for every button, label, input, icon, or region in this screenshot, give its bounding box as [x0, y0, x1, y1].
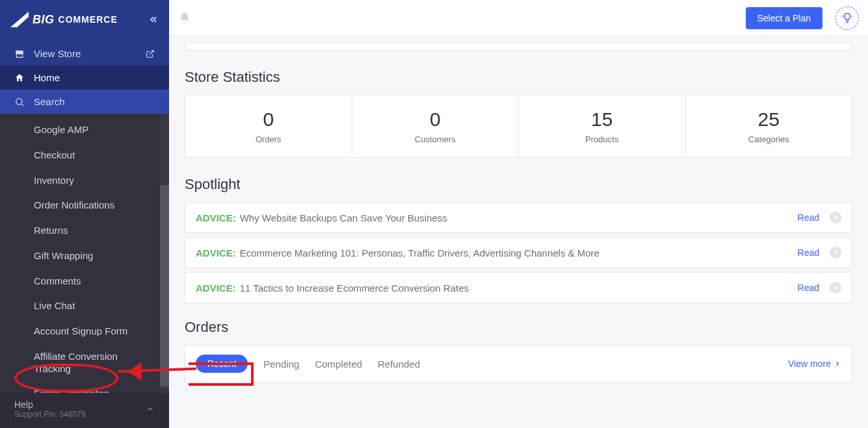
read-link[interactable]: Read — [798, 247, 819, 258]
chevron-up-icon — [146, 405, 155, 414]
orders-heading: Orders — [185, 319, 852, 336]
sidebar-item-google-amp[interactable]: Google AMP — [0, 118, 169, 143]
spotlight-heading: Spotlight — [185, 176, 852, 193]
top-bar: Select a Plan — [169, 0, 868, 36]
view-more-label: View more — [788, 359, 831, 369]
content: Store Statistics 0 Orders 0 Customers 15… — [169, 36, 868, 389]
logo-icon — [10, 12, 29, 27]
spotlight-title: Why Website Backups Can Save Your Busine… — [240, 212, 447, 223]
notifications-icon[interactable] — [178, 12, 191, 25]
read-link[interactable]: Read — [798, 283, 819, 293]
dismiss-icon[interactable]: ✕ — [830, 212, 841, 223]
stat-categories[interactable]: 25 Categories — [685, 95, 853, 158]
sidebar-home[interactable]: Home — [0, 66, 169, 90]
stat-value: 0 — [359, 108, 512, 131]
stat-label: Products — [525, 134, 679, 144]
help-label: Help — [14, 399, 85, 410]
spotlight-list: ADVICE: Why Website Backups Can Save You… — [185, 202, 852, 303]
stat-label: Orders — [192, 134, 345, 144]
brand-bar: BIGCOMMERCE — [0, 0, 169, 39]
stat-label: Customers — [359, 134, 512, 144]
dismiss-icon[interactable]: ✕ — [830, 282, 841, 294]
stat-value: 15 — [525, 108, 679, 131]
sidebar-item-export-templates[interactable]: Export Templates — [0, 381, 169, 393]
home-label: Home — [34, 72, 60, 83]
orders-panel: Recent Pending Completed Refunded View m… — [185, 345, 852, 383]
tab-pending[interactable]: Pending — [263, 359, 299, 370]
stat-value: 0 — [192, 108, 345, 131]
collapsed-panel — [185, 43, 852, 51]
view-more-link[interactable]: View more — [788, 359, 841, 369]
svg-line-4 — [21, 104, 23, 106]
svg-line-2 — [150, 50, 153, 54]
spotlight-title: Ecommerce Marketing 101: Personas, Traff… — [240, 247, 599, 258]
search-label: Search — [34, 96, 65, 107]
brand-big: BIG — [33, 13, 55, 27]
store-icon — [14, 49, 25, 59]
sidebar: BIGCOMMERCE View Store Home Search Googl… — [0, 0, 169, 428]
home-icon — [14, 73, 25, 83]
sidebar-item-returns[interactable]: Returns — [0, 218, 169, 244]
search-icon — [14, 97, 25, 107]
view-store-label: View Store — [34, 48, 81, 59]
stat-value: 25 — [692, 108, 846, 131]
sidebar-scroll-area: Google AMP Checkout Inventory Order Noti… — [0, 114, 169, 393]
tab-recent[interactable]: Recent — [196, 355, 248, 373]
sidebar-submenu: Google AMP Checkout Inventory Order Noti… — [0, 114, 169, 393]
collapse-sidebar-icon[interactable] — [147, 14, 159, 25]
spotlight-row: ADVICE: 11 Tactics to Increase Ecommerce… — [185, 272, 852, 303]
sidebar-footer[interactable]: Help Support Pin: 548079 — [0, 393, 169, 428]
sidebar-item-gift-wrapping[interactable]: Gift Wrapping — [0, 244, 169, 269]
sidebar-item-checkout[interactable]: Checkout — [0, 143, 169, 168]
orders-section: Orders Recent Pending Completed Refunded… — [185, 319, 852, 383]
stat-customers[interactable]: 0 Customers — [352, 95, 519, 158]
read-link[interactable]: Read — [798, 212, 819, 223]
brand-commerce: COMMERCE — [59, 14, 118, 25]
svg-point-3 — [16, 98, 22, 104]
dismiss-icon[interactable]: ✕ — [830, 247, 841, 258]
support-pin: Support Pin: 548079 — [14, 410, 85, 419]
sidebar-view-store[interactable]: View Store — [0, 42, 169, 66]
advice-badge: ADVICE: — [196, 247, 236, 258]
tab-completed[interactable]: Completed — [315, 359, 362, 370]
advice-badge: ADVICE: — [196, 212, 236, 223]
store-statistics: 0 Orders 0 Customers 15 Products 25 Cate… — [185, 95, 852, 158]
spotlight-row: ADVICE: Why Website Backups Can Save You… — [185, 202, 852, 233]
sidebar-scrollbar-thumb[interactable] — [160, 185, 169, 386]
main-area: Select a Plan Store Statistics 0 Orders … — [169, 0, 868, 428]
stat-label: Categories — [692, 134, 846, 144]
advice-badge: ADVICE: — [196, 283, 236, 294]
sidebar-item-inventory[interactable]: Inventory — [0, 168, 169, 194]
sidebar-item-affiliate-tracking[interactable]: Affiliate Conversion Tracking — [0, 344, 169, 382]
sidebar-item-live-chat[interactable]: Live Chat — [0, 294, 169, 319]
stat-orders[interactable]: 0 Orders — [185, 95, 352, 158]
ideas-icon[interactable] — [835, 6, 859, 30]
sidebar-item-comments[interactable]: Comments — [0, 269, 169, 294]
stat-products[interactable]: 15 Products — [518, 95, 686, 158]
sidebar-search[interactable]: Search — [0, 90, 169, 114]
sidebar-item-order-notifications[interactable]: Order Notifications — [0, 193, 169, 218]
store-statistics-heading: Store Statistics — [185, 69, 852, 86]
spotlight-title: 11 Tactics to Increase Ecommerce Convers… — [240, 283, 469, 294]
brand-logo: BIGCOMMERCE — [10, 12, 118, 27]
spotlight-row: ADVICE: Ecommerce Marketing 101: Persona… — [185, 237, 852, 268]
sidebar-item-account-signup[interactable]: Account Signup Form — [0, 319, 169, 344]
tab-refunded[interactable]: Refunded — [378, 359, 420, 370]
external-link-icon — [146, 49, 155, 58]
sidebar-top-items: View Store Home Search — [0, 39, 169, 114]
chevron-right-icon — [834, 360, 841, 368]
select-plan-button[interactable]: Select a Plan — [746, 7, 823, 29]
